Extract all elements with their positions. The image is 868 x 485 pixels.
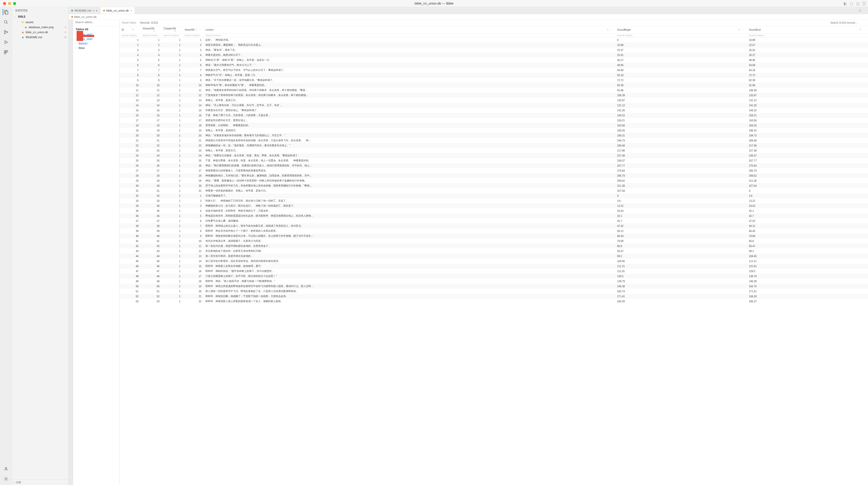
cell-volumesn[interactable]: 34 <box>141 203 162 208</box>
cell-lection[interactable]: 耶和华 神在东方的伊甸立了一个园子，把所造的人安置在那里。 <box>204 229 615 234</box>
cell-soundbegin[interactable]: 82.38 <box>615 83 747 88</box>
cell-versesn[interactable]: 10 <box>183 83 204 88</box>
table-row[interactable]: 1818118管理昼夜，分别明暗。 神看着是好的。163.56169.26 <box>120 123 868 128</box>
cell-id[interactable]: 1 <box>120 37 141 43</box>
run-icon[interactable] <box>3 39 9 45</box>
cell-soundend[interactable]: 162.74 <box>747 284 868 289</box>
cell-id[interactable]: 4 <box>120 53 141 58</box>
cell-chaptersn[interactable]: 1 <box>161 123 183 128</box>
file-tree-item[interactable]: ◆database_index.pngU <box>12 25 68 30</box>
cell-versesn[interactable]: 16 <box>183 113 204 118</box>
cell-soundbegin[interactable]: 63.16 <box>615 72 747 78</box>
cell-soundbegin[interactable]: 66.43 <box>615 234 747 239</box>
cell-versesn[interactable]: 8 <box>183 229 204 234</box>
cell-lection[interactable]: 有晚上，有早晨，是第四日。 <box>204 128 615 133</box>
cell-soundbegin[interactable]: 93.47 <box>615 248 747 253</box>
table-row[interactable]: 1212112于是地发生了青草和结种子的菜蔬，各从其类；并结果子的树木，各从其类… <box>120 93 868 98</box>
cell-id[interactable]: 39 <box>120 229 141 234</box>
cell-soundend[interactable]: 311.38 <box>747 178 868 183</box>
cell-id[interactable]: 12 <box>120 93 141 98</box>
cell-lection[interactable]: 神就造出大鱼和水中所滋生各样有生命的动物，各从其类；又造出各样飞鸟，各从其类。 … <box>204 138 615 143</box>
cell-lection[interactable]: 耶和华 神用土所造成的野地各样走兽和空中各样飞鸟都带到那人面前，看他叫什么。那人… <box>204 284 615 289</box>
cell-soundbegin[interactable]: 146.38 <box>615 284 747 289</box>
layout-icon[interactable]: ◧ <box>844 1 847 5</box>
cell-volumesn[interactable]: 19 <box>141 128 162 133</box>
cell-chaptersn[interactable]: 1 <box>161 143 183 148</box>
cell-versesn[interactable]: 6 <box>183 63 204 68</box>
file-tree-item[interactable]: ◆README.mdM <box>12 35 68 40</box>
cell-volumesn[interactable]: 3 <box>141 48 162 53</box>
cell-volumesn[interactable]: 20 <box>141 133 162 138</box>
cell-soundbegin[interactable]: 128.5 <box>615 274 747 279</box>
column-filter[interactable]: Search column... <box>141 34 162 37</box>
cell-soundend[interactable]: 299.62 <box>747 173 868 178</box>
cell-versesn[interactable]: 26 <box>183 163 204 168</box>
table-row[interactable]: 9919神说："天下的水要聚在一处，使旱地露出来。"事就这样成了。72.7282… <box>120 78 868 83</box>
cell-volumesn[interactable]: 16 <box>141 113 162 118</box>
cell-lection[interactable]: 于是 神造了两个大光，大的管昼，小的管夜，又造众星， <box>204 113 615 118</box>
cell-id[interactable]: 30 <box>120 183 141 188</box>
cell-volumesn[interactable]: 25 <box>141 158 162 163</box>
cell-id[interactable]: 2 <box>120 42 141 48</box>
cell-versesn[interactable]: 14 <box>183 103 204 108</box>
cell-chaptersn[interactable]: 1 <box>161 58 183 63</box>
column-header[interactable]: ID⇅ ⋮ <box>120 26 141 34</box>
table-item[interactable]: sqlite_stat2 <box>73 37 119 41</box>
cell-volumesn[interactable]: 9 <box>141 78 162 83</box>
more-icon[interactable]: ⋯ <box>63 9 65 12</box>
cell-versesn[interactable]: 12 <box>183 248 204 253</box>
cell-versesn[interactable]: 17 <box>183 274 204 279</box>
cell-versesn[interactable]: 20 <box>183 133 204 138</box>
file-tree-item[interactable]: ›📁assets <box>12 20 68 25</box>
cell-versesn[interactable]: 21 <box>183 138 204 143</box>
cell-id[interactable]: 22 <box>120 143 141 148</box>
cell-soundend[interactable]: 42.7 <box>747 213 868 218</box>
cell-lection[interactable]: 地是空虚混沌，渊面黑暗； 神的灵运行在水面上。 <box>204 42 615 48</box>
cell-chaptersn[interactable]: 1 <box>161 294 183 299</box>
table-row[interactable]: 1313113有晚上，有早晨，是第三日。120.97131.12 <box>120 98 868 103</box>
cell-lection[interactable]: 并且那地的金子是好的；在那里又有珍珠和红玛瑙。 <box>204 248 615 253</box>
table-row[interactable]: 2222122神就赐福给这一切，说："滋生繁多，充满海中的水；雀鸟也要多生在地上… <box>120 143 868 148</box>
cell-id[interactable]: 10 <box>120 83 141 88</box>
cell-volumesn[interactable]: 10 <box>141 83 162 88</box>
column-header[interactable]: SoundEnd⇅ ⋮ <box>747 26 868 34</box>
cell-soundend[interactable]: 104.45 <box>747 253 868 259</box>
cell-versesn[interactable]: 22 <box>183 143 204 148</box>
table-row[interactable]: 363615野地还没有草木，田间的菜蔬还没有长起来；因为耶和华 神还没有降雨在地… <box>120 213 868 218</box>
table-row[interactable]: 3030130至于地上的走兽和空中的飞鸟，并各样爬在地上有生命的物，我将青草赐给… <box>120 183 868 188</box>
cell-id[interactable]: 36 <box>120 213 141 218</box>
close-icon[interactable]: × <box>130 9 132 12</box>
cell-lection[interactable]: 神说："水要多多滋生有生命的物；要有雀鸟飞在地面以上，天空之中。" <box>204 133 615 138</box>
cell-volumesn[interactable]: 38 <box>141 223 162 229</box>
cell-soundbegin[interactable]: 327.04 <box>615 188 747 193</box>
close-window[interactable] <box>3 2 6 5</box>
cell-id[interactable]: 15 <box>120 108 141 113</box>
cell-soundbegin[interactable]: 217.88 <box>615 148 747 153</box>
cell-id[interactable]: 20 <box>120 133 141 138</box>
cell-volumesn[interactable]: 37 <box>141 218 162 223</box>
cell-soundbegin[interactable]: 54.68 <box>615 68 747 72</box>
cell-lection[interactable]: 到第七日， 神造物的工已经完毕，就在第七日歇了他一切的工，安息了。 <box>204 198 615 203</box>
cell-volumesn[interactable]: 8 <box>141 72 162 78</box>
cell-lection[interactable]: 只是分别善恶树上的果子，你不可吃，因为你吃的日子必定死！" <box>204 274 615 279</box>
cell-lection[interactable]: 神看着一切所造的都甚好。有晚上，有早晨，是第六日。 <box>204 188 615 193</box>
cell-soundend[interactable]: 93.47 <box>747 243 868 248</box>
cell-lection[interactable]: 神看光是好的，就把光暗分开了。 <box>204 53 615 58</box>
cell-soundbegin[interactable]: 79.08 <box>615 239 747 243</box>
cell-soundbegin[interactable]: 10.88 <box>615 42 747 48</box>
cell-volumesn[interactable]: 50 <box>141 284 162 289</box>
cell-versesn[interactable]: 23 <box>183 148 204 153</box>
cell-volumesn[interactable]: 15 <box>141 108 162 113</box>
cell-lection[interactable]: 管理昼夜，分别明暗。 神看着是好的。 <box>204 123 615 128</box>
cell-lection[interactable]: 但有雾气从地上腾，滋润遍地。 <box>204 218 615 223</box>
cell-volumesn[interactable]: 26 <box>141 163 162 168</box>
cell-soundbegin[interactable]: 194.73 <box>615 138 747 143</box>
table-row[interactable]: 2020120神说："水要多多滋生有生命的物；要有雀鸟飞在地面以上，天空之中。"… <box>120 133 868 138</box>
cell-soundbegin[interactable]: 208.48 <box>615 143 747 148</box>
table-row[interactable]: 373716但有雾气从地上腾，滋润遍地。42.747.52 <box>120 218 868 223</box>
cell-chaptersn[interactable]: 1 <box>161 198 183 203</box>
cell-chaptersn[interactable]: 1 <box>161 173 183 178</box>
table-row[interactable]: 5353122耶和华 神就用那人身上所取的肋骨造成一个女人，领她到那人跟前。18… <box>120 299 868 304</box>
cell-chaptersn[interactable]: 1 <box>161 68 183 72</box>
table-row[interactable]: 4949118耶和华 神说："那人独居不好，我要为他造一个配偶帮助他。"138.… <box>120 279 868 284</box>
